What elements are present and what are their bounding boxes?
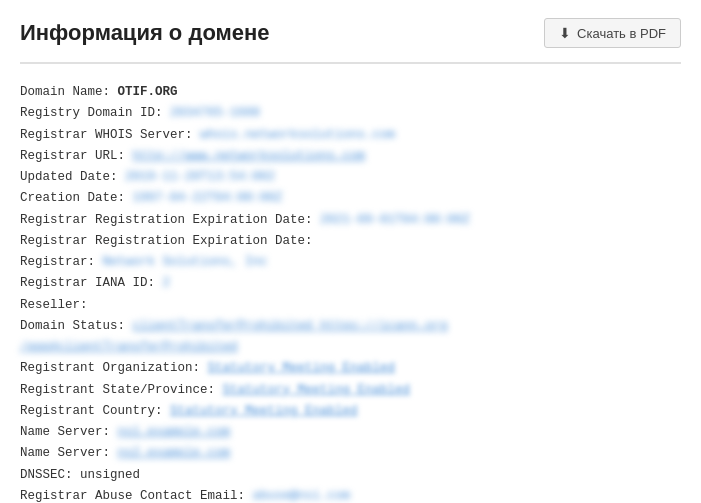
registrant-org-row: Registrant Organization: Statutory Meeti… [20, 358, 681, 379]
domain-name-label: Domain Name: [20, 82, 110, 103]
page-title: Информация о домене [20, 20, 270, 46]
domain-name-value: OTIF.ORG [118, 82, 178, 103]
expiration-date-value: 2021-09-01T04:00:00Z [320, 210, 470, 231]
iana-value: 2 [163, 273, 171, 294]
registrar-url-value: http://www.networksolutions.com [133, 146, 366, 167]
expiration-date-row: Registrar Registration Expiration Date: … [20, 210, 681, 231]
registry-id-label: Registry Domain ID: [20, 103, 163, 124]
dnssec-label: DNSSEC: [20, 465, 73, 486]
reseller-label: Reseller: [20, 295, 88, 316]
expiration-date2-label: Registrar Registration Expiration Date: [20, 231, 313, 252]
abuse-email-label: Registrar Abuse Contact Email: [20, 486, 245, 503]
whois-content: Domain Name: OTIF.ORG Registry Domain ID… [20, 82, 681, 503]
domain-status-label: Domain Status: [20, 316, 125, 337]
registrant-state-value: Statutory Meeting Enabled [223, 380, 411, 401]
registrar-row: Registrar: Network Solutions, Inc [20, 252, 681, 273]
ns2-value: ns2.example.com [118, 443, 231, 464]
registrar-whois-row: Registrar WHOIS Server: whois.networksol… [20, 125, 681, 146]
iana-row: Registrar IANA ID: 2 [20, 273, 681, 294]
updated-date-row: Updated Date: 2019-11-20T13:54:002 [20, 167, 681, 188]
expiration-date-label: Registrar Registration Expiration Date: [20, 210, 313, 231]
registrant-country-value: Statutory Meeting Enabled [170, 401, 358, 422]
registrant-org-value: Statutory Meeting Enabled [208, 358, 396, 379]
domain-status-row2: /epp#clientTransferProhibited [20, 337, 681, 358]
ns1-value: ns1.example.com [118, 422, 231, 443]
registry-id-value: 2034765-1608 [170, 103, 260, 124]
page-header: Информация о домене ⬇ Скачать в PDF [20, 18, 681, 64]
creation-date-label: Creation Date: [20, 188, 125, 209]
abuse-email-row: Registrar Abuse Contact Email: abuse@nsi… [20, 486, 681, 503]
updated-date-label: Updated Date: [20, 167, 118, 188]
registry-id-row: Registry Domain ID: 2034765-1608 [20, 103, 681, 124]
updated-date-value: 2019-11-20T13:54:002 [125, 167, 275, 188]
registrar-whois-value: whois.networksolutions.com [200, 125, 395, 146]
iana-label: Registrar IANA ID: [20, 273, 155, 294]
registrant-country-label: Registrant Country: [20, 401, 163, 422]
reseller-row: Reseller: [20, 295, 681, 316]
pdf-button-label: Скачать в PDF [577, 26, 666, 41]
registrant-state-row: Registrant State/Province: Statutory Mee… [20, 380, 681, 401]
ns2-row: Name Server: ns2.example.com [20, 443, 681, 464]
ns1-row: Name Server: ns1.example.com [20, 422, 681, 443]
ns2-label: Name Server: [20, 443, 110, 464]
expiration-date2-row: Registrar Registration Expiration Date: [20, 231, 681, 252]
dnssec-value: unsigned [80, 465, 140, 486]
abuse-email-value: abuse@nsi.com [253, 486, 351, 503]
registrant-country-row: Registrant Country: Statutory Meeting En… [20, 401, 681, 422]
download-icon: ⬇ [559, 25, 571, 41]
dnssec-row: DNSSEC: unsigned [20, 465, 681, 486]
ns1-label: Name Server: [20, 422, 110, 443]
registrar-whois-label: Registrar WHOIS Server: [20, 125, 193, 146]
domain-status-row: Domain Status: clientTransferProhibited … [20, 316, 681, 337]
registrant-org-label: Registrant Organization: [20, 358, 200, 379]
registrant-state-label: Registrant State/Province: [20, 380, 215, 401]
domain-status-value: clientTransferProhibited https://icann.o… [133, 316, 448, 337]
creation-date-row: Creation Date: 1997-04-22T04:00:00Z [20, 188, 681, 209]
pdf-download-button[interactable]: ⬇ Скачать в PDF [544, 18, 681, 48]
registrar-value: Network Solutions, Inc [103, 252, 268, 273]
domain-status-value2: /epp#clientTransferProhibited [20, 337, 238, 358]
registrar-url-row: Registrar URL: http://www.networksolutio… [20, 146, 681, 167]
registrar-label: Registrar: [20, 252, 95, 273]
registrar-url-label: Registrar URL: [20, 146, 125, 167]
domain-name-row: Domain Name: OTIF.ORG [20, 82, 681, 103]
page-container: Информация о домене ⬇ Скачать в PDF Doma… [0, 0, 701, 503]
creation-date-value: 1997-04-22T04:00:00Z [133, 188, 283, 209]
